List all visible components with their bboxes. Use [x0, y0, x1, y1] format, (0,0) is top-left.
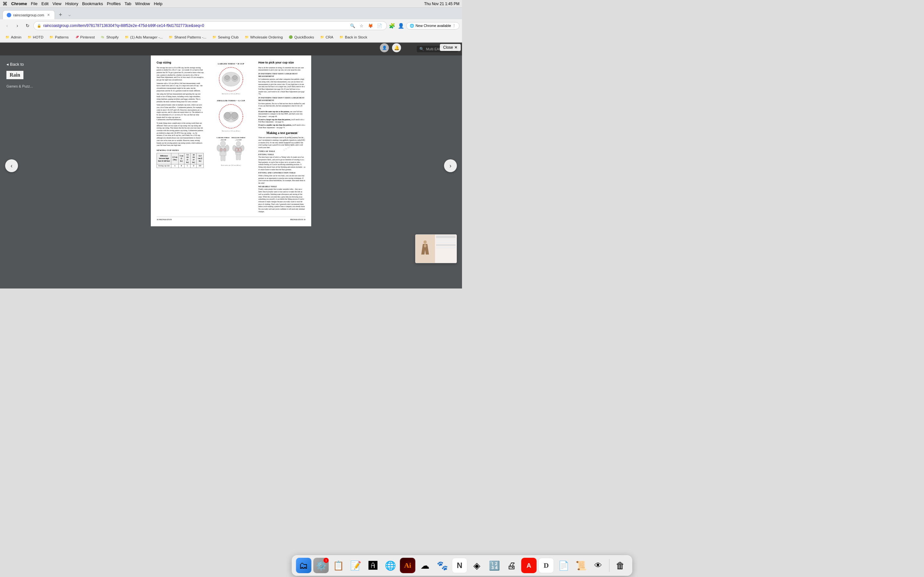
cup-sizes-table: Difference between high bust & full bust… — [157, 153, 204, 168]
pdf-viewer: 🔍 Multi EANs Search ‹ › ◂ Back to Rain G… — [0, 43, 462, 288]
new-tab-button[interactable]: + — [56, 10, 65, 19]
bookmark-ads-manager[interactable]: 📁 (1) Ads Manager -... — [122, 33, 166, 41]
smaller-torso-g-cup-diagram: SMALLER TORSO + G CUP Red circle is 122 … — [217, 99, 245, 132]
new-chrome-badge[interactable]: 🌐 New Chrome available ⋮ — [406, 22, 459, 29]
cup-sizing-p3: Just using the full bust measurement and… — [157, 93, 204, 103]
extension-icon[interactable]: 🦊 — [367, 22, 375, 29]
profile-button[interactable]: 👤 — [397, 22, 405, 29]
test-garment-intro: There are various techniques used to fit… — [258, 137, 305, 149]
same-cup-text: If you're the same cup size as the patte… — [258, 111, 305, 118]
pdf-right-col: How to pick your cup size Due to all the… — [258, 61, 305, 214]
smaller-torso-g-title: SMALLER TORSO + G CUP — [217, 99, 245, 102]
smaller-silhouette: SMALLER TORSO + G CUP — [231, 137, 245, 164]
address-input[interactable]: 🔒 raincoastgroup.com/item/9781787136304?… — [33, 21, 387, 30]
bookmark-star-icon[interactable]: ☆ — [358, 22, 365, 29]
silhouette-comparison: LARGER TORSO + B CUP — [216, 137, 245, 164]
bookmark-shopify[interactable]: 🛍 Shopify — [98, 33, 121, 41]
smaller-torso-g-note: Red circle is 122 cm (48 in.) — [217, 130, 245, 132]
bookmark-hotd[interactable]: 📁 HOTD — [25, 33, 46, 41]
logo-text: Rain — [10, 72, 20, 77]
pdf-icon[interactable]: 📄 — [376, 22, 383, 29]
no-high-bust-text: For these patterns, first try to find ou… — [258, 103, 305, 110]
search-icon[interactable]: 🔍 — [349, 22, 357, 29]
user-avatar[interactable]: 👤 — [380, 43, 389, 52]
thumbnail-right — [435, 235, 457, 263]
menu-chrome[interactable]: Chrome — [11, 1, 27, 6]
folder-icon: 📁 — [168, 35, 173, 39]
pdf-page-container: COPY DO NOT DIGITALLY UNAUTHORIZED Cup s… — [0, 55, 462, 288]
bookmark-pinterest[interactable]: 𝒫 Pinterest — [72, 33, 97, 41]
thumb-line — [436, 244, 456, 246]
pdf-next-button[interactable]: › — [444, 159, 457, 172]
menu-profiles[interactable]: Profiles — [107, 1, 121, 6]
back-arrow-icon: ◂ — [6, 62, 9, 67]
bookmark-sewing-club-label: Sewing Club — [218, 35, 239, 39]
back-to-link[interactable]: ◂ Back to — [6, 62, 24, 67]
bookmark-admin[interactable]: 📁 Admin — [3, 33, 24, 41]
address-text: raincoastgroup.com/item/9781787136304?q=… — [43, 23, 347, 28]
cup-sizing-title: Cup sizing — [157, 61, 204, 65]
close-icon: ✕ — [454, 45, 457, 50]
high-bust-text: In Cashmerette patterns, and other compa… — [258, 78, 305, 95]
reload-button[interactable]: ↻ — [23, 21, 32, 30]
search-icon: 🔍 — [419, 47, 424, 51]
larger-torso-b-cup-diagram: LARGER TORSO + B CUP Red circle is 122 — [218, 63, 244, 95]
menu-edit[interactable]: Edit — [41, 1, 48, 6]
larger-torso-b-note: Red circle is 122 cm (48 in.) — [218, 93, 244, 95]
bookmark-patterns[interactable]: 📁 Patterns — [47, 33, 71, 41]
apple-menu[interactable]: ⌘ — [3, 1, 7, 7]
svg-point-17 — [225, 145, 229, 151]
sewing-cup-sizes: SEWING CUP SIZES Difference between high… — [157, 149, 204, 168]
bookmark-back-in-stock[interactable]: 📁 Back in Stock — [336, 33, 370, 41]
bookmark-wholesale[interactable]: 📁 Wholesale Ordering — [242, 33, 286, 41]
cup-sizing-p5: To make things more complicated, in the … — [157, 122, 204, 147]
menu-file[interactable]: File — [31, 1, 37, 6]
larger-torso-b-title: LARGER TORSO + B CUP — [218, 63, 244, 65]
larger-silhouette: LARGER TORSO + B CUP — [216, 137, 229, 164]
menu-tab[interactable]: Tab — [124, 1, 131, 6]
bookmarks-bar: 📁 Admin 📁 HOTD 📁 Patterns 𝒫 Pinterest 🛍 … — [0, 32, 462, 42]
bookmark-pinterest-label: Pinterest — [80, 35, 95, 39]
bookmark-hotd-label: HOTD — [33, 35, 44, 39]
active-tab[interactable]: raincoastgroup.com ✕ — [3, 10, 55, 19]
notification-area: 🔔 — [392, 43, 401, 52]
bookmark-quickbooks[interactable]: 🟢 QuickBooks — [286, 33, 317, 41]
tab-label: raincoastgroup.com — [13, 13, 44, 17]
menu-view[interactable]: View — [52, 1, 61, 6]
menu-right: Thu Nov 21 1:45 PM — [424, 2, 459, 6]
svg-rect-29 — [239, 155, 241, 160]
bell-icon[interactable]: 🔔 — [392, 43, 401, 52]
folder-icon: 📁 — [212, 35, 216, 39]
menu-bookmarks[interactable]: Bookmarks — [82, 1, 103, 6]
bookmark-quickbooks-label: QuickBooks — [294, 35, 314, 39]
menu-history[interactable]: History — [65, 1, 78, 6]
menu-window[interactable]: Window — [135, 1, 150, 6]
svg-rect-28 — [236, 155, 238, 160]
silhouette-note: Red circles are 122 cm (48 in.) — [221, 164, 241, 166]
new-chrome-more-icon: ⋮ — [452, 24, 456, 28]
bookmark-cra[interactable]: 📁 CRA — [317, 33, 336, 41]
extensions-button[interactable]: 🧩 — [388, 22, 396, 29]
high-bust-title: IN PATTERNS THAT HAVE A HIGH BUST MEASUR… — [258, 73, 305, 77]
fitting-construction-text: While a fitting toile can be very basic,… — [258, 175, 305, 185]
fitting-construction-title: FITTING AND CONSTRUCTION TOILE — [258, 172, 305, 174]
forward-button[interactable]: › — [13, 21, 22, 30]
bookmark-sewing-club[interactable]: 📁 Sewing Club — [210, 33, 241, 41]
pdf-prev-button[interactable]: ‹ — [5, 159, 18, 172]
tab-close-button[interactable]: ✕ — [46, 13, 51, 17]
folder-icon: 📁 — [244, 35, 249, 39]
fitting-toile-title: FITTING TOILE — [258, 153, 305, 156]
back-button[interactable]: ‹ — [3, 21, 11, 30]
types-of-toile-title: Types of toile — [258, 150, 305, 153]
menu-clock: Thu Nov 21 1:45 PM — [424, 2, 459, 6]
larger-torso-diagram-svg — [218, 66, 244, 92]
thumbnail-panel[interactable] — [415, 234, 457, 263]
tab-overflow-button[interactable]: ⌵ — [65, 10, 74, 19]
folder-icon: 📁 — [124, 35, 129, 39]
main-content: 🔍 Multi EANs Search ‹ › ◂ Back to Rain G… — [0, 43, 462, 288]
menu-help[interactable]: Help — [154, 1, 163, 6]
bookmark-shared-patterns[interactable]: 📁 Shared Patterns -... — [166, 33, 209, 41]
close-button[interactable]: Close ✕ — [440, 44, 461, 51]
bookmark-ads-manager-label: (1) Ads Manager -... — [130, 35, 163, 39]
thumbnail-left — [415, 235, 435, 263]
